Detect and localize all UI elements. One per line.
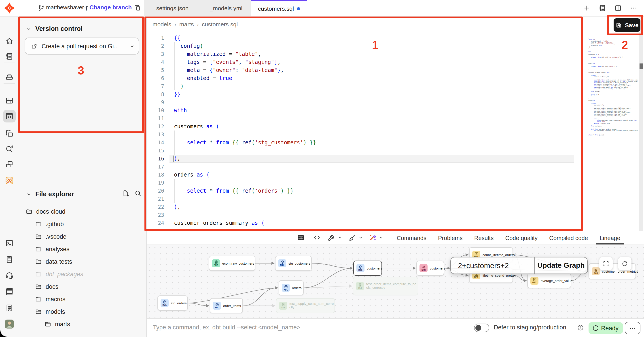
breadcrumb-marts[interactable]: marts — [179, 21, 194, 28]
code-line[interactable]: 11 — [146, 114, 616, 122]
panel-tab-compiled-code[interactable]: Compiled code — [549, 231, 588, 245]
code-line[interactable]: 18orders as ( — [146, 171, 616, 179]
code-line[interactable]: 5 meta = {"owner": "data-team"}, — [146, 66, 616, 74]
code-line[interactable]: 8}} — [146, 90, 616, 98]
tree-item-models[interactable]: models — [35, 306, 65, 317]
tool-codeglyph-button[interactable] — [312, 233, 321, 242]
command-input[interactable]: Type a command, ex. dbt build --select <… — [153, 324, 300, 331]
panel-tab-code-quality[interactable]: Code quality — [505, 231, 538, 245]
rail-item-atom[interactable] — [3, 174, 16, 187]
rail-item-windows[interactable] — [3, 158, 16, 171]
code-line[interactable]: 19 — [146, 179, 616, 187]
panel-tab-commands[interactable]: Commands — [397, 231, 426, 245]
plus-icon[interactable] — [583, 4, 591, 12]
tree-item-macros[interactable]: macros — [35, 294, 66, 304]
tree-item-docs-cloud[interactable]: docs-cloud — [26, 206, 66, 217]
help-icon[interactable] — [577, 324, 584, 331]
panel-tab-results[interactable]: Results — [474, 231, 494, 245]
change-branch-link[interactable]: Change branch — [90, 4, 132, 11]
tab-customers.sql[interactable]: customers.sql — [251, 0, 307, 16]
tool-tablefilled-button[interactable] — [296, 233, 305, 242]
rail-item-code[interactable] — [3, 110, 16, 122]
rail-item-avatar[interactable] — [3, 318, 16, 330]
code-line[interactable]: 3 materialized = "table", — [146, 50, 616, 58]
status-badge[interactable]: Ready — [588, 322, 623, 334]
new-file-icon[interactable] — [122, 190, 129, 197]
tree-item-.vscode[interactable]: .vscode — [35, 231, 66, 242]
code-line[interactable]: 12customers as ( — [146, 122, 616, 130]
tool-broom-button[interactable] — [348, 233, 364, 242]
lineage-node-orders[interactable]: MDLorders — [278, 280, 304, 296]
code-line[interactable]: 15 — [146, 147, 616, 155]
tree-item-.github[interactable]: .github — [35, 219, 64, 229]
lineage-selector-input[interactable]: 2+customers+2 — [451, 258, 535, 274]
rail-item-terminal[interactable] — [3, 237, 16, 249]
defer-toggle[interactable] — [474, 324, 489, 332]
lineage-canvas[interactable]: SRCecom.raw_customersMDLstg_customersMDL… — [146, 245, 644, 318]
lineage-node-stg_orders[interactable]: MDLstg_orders — [158, 296, 188, 311]
save-button[interactable]: Save — [614, 18, 640, 32]
tree-item-data-tests[interactable]: data-tests — [35, 256, 72, 267]
code-line[interactable]: 10with — [146, 106, 616, 114]
editor-scrollbar[interactable] — [639, 16, 643, 231]
code-line[interactable]: 9 — [146, 98, 616, 106]
split-icon[interactable] — [614, 4, 622, 12]
pr-dropdown-caret[interactable] — [125, 38, 139, 54]
create-pull-request-button[interactable]: Create a pull request on Gi... — [24, 37, 139, 54]
dbt-logo-icon[interactable] — [4, 2, 15, 14]
code-line[interactable]: 2 config( — [146, 42, 616, 50]
ellipsis-icon[interactable] — [630, 4, 638, 12]
panel-tab-problems[interactable]: Problems — [438, 231, 463, 245]
lineage-node-test_order_items_compute_to_bools_correctly[interactable]: TSTtest_order_items_compute_to_bools_cor… — [353, 277, 418, 296]
rail-item-grid[interactable] — [3, 94, 16, 107]
code-line[interactable]: 4 tags = ["events", "staging"], — [146, 58, 616, 66]
file-explorer-header[interactable]: File explorer — [26, 190, 74, 198]
rail-item-book[interactable] — [3, 285, 16, 298]
code-line[interactable]: 7 ) — [146, 82, 616, 90]
tab-settings.json[interactable]: settings.json — [144, 0, 201, 16]
code-editor[interactable]: models›marts›customers.sql 1{{2 config(3… — [146, 16, 644, 231]
lineage-node-customers[interactable]: SEMcustomers — [416, 261, 444, 276]
lineage-node-average_order_value[interactable]: METaverage_order_value — [527, 273, 571, 288]
code-line[interactable]: 23 — [146, 211, 616, 219]
rail-item-clipboard[interactable] — [3, 253, 16, 266]
overflow-menu-button[interactable] — [625, 322, 640, 334]
code-line[interactable]: 16), — [146, 155, 616, 163]
lineage-node-order_items[interactable]: MDLorder_items — [210, 298, 243, 313]
tree-item-docs[interactable]: docs — [35, 281, 58, 292]
rail-item-searchchart[interactable] — [3, 143, 16, 155]
rail-item-notebook[interactable] — [3, 50, 16, 62]
tree-item-analyses[interactable]: analyses — [35, 244, 70, 254]
rail-item-headset[interactable] — [3, 269, 16, 282]
update-graph-button[interactable]: Update Graph — [535, 258, 587, 274]
panel-tab-lineage[interactable]: Lineage — [600, 231, 620, 245]
code-line[interactable]: 6 enabled = true — [146, 74, 616, 82]
code-line[interactable]: 17 — [146, 163, 616, 171]
fullscreen-icon[interactable] — [599, 257, 613, 270]
rail-item-home[interactable] — [3, 35, 16, 47]
lineage-node-stg_customers[interactable]: MDLstg_customers — [275, 256, 312, 271]
code-line[interactable]: 22), — [146, 203, 616, 211]
code-line[interactable]: 14 select * from {{ ref('stg_customers')… — [146, 139, 616, 147]
lineage-node-ecom.raw_customers[interactable]: SRCecom.raw_customers — [209, 256, 255, 271]
breadcrumb-models[interactable]: models — [152, 21, 171, 28]
version-control-header[interactable]: Version control — [26, 25, 82, 32]
tool-wrench-button[interactable] — [327, 233, 343, 242]
tree-item-marts[interactable]: marts — [44, 319, 70, 330]
code-line[interactable]: 21 — [146, 195, 616, 203]
code-line[interactable]: 13 — [146, 130, 616, 139]
lineage-node-customers[interactable]: MDLcustomers — [353, 261, 382, 276]
copy-branch-icon[interactable] — [134, 4, 141, 12]
rail-item-building[interactable] — [3, 302, 16, 314]
lineage-node-test_supply_costs_sum_correctly[interactable]: TSTtest_supply_costs_sum_correctly — [276, 298, 335, 313]
notebook-icon[interactable] — [598, 4, 606, 12]
minimap[interactable]: {{ config( materialized = "table", tags … — [588, 37, 638, 136]
rail-item-frame[interactable] — [3, 127, 16, 140]
rail-item-stack[interactable] — [3, 71, 16, 83]
code-line[interactable]: 20 select * from {{ ref('orders') }} — [146, 187, 616, 195]
scrollbar-thumb[interactable] — [640, 63, 643, 69]
tab-_models.yml[interactable]: _models.yml — [201, 0, 251, 16]
code-line[interactable]: 1{{ — [146, 34, 616, 42]
tree-item-dbt_packages[interactable]: dbt_packages — [35, 269, 83, 279]
refresh-icon[interactable] — [618, 257, 632, 270]
